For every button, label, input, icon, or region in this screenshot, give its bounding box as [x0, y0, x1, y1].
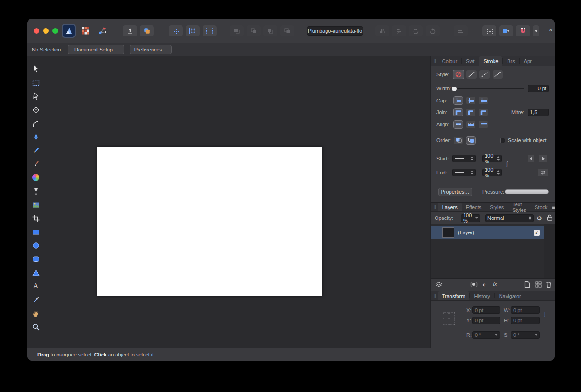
start-style-select[interactable] — [452, 155, 476, 162]
snapping-presets-dropdown[interactable] — [533, 25, 539, 36]
join-bevel-button[interactable] — [479, 108, 488, 116]
delete-layer-button[interactable] — [545, 281, 552, 288]
document-title-field[interactable]: Plumbago-auriculata-flo — [307, 26, 363, 36]
layer-visibility-checkbox[interactable]: ✓ — [534, 230, 540, 236]
s-field[interactable]: 0 ° — [511, 331, 540, 339]
tool-node[interactable] — [29, 89, 43, 103]
end-percent-field[interactable]: 100 % — [482, 169, 502, 176]
tool-triangle[interactable] — [29, 266, 43, 279]
canvas[interactable] — [44, 56, 430, 348]
flip-horizontal-button[interactable] — [375, 25, 389, 36]
tool-vector-brush[interactable] — [29, 157, 43, 171]
tool-point-transform[interactable] — [29, 103, 43, 116]
tool-corner[interactable] — [29, 116, 43, 130]
h-field[interactable]: 0 pt — [511, 317, 540, 324]
snapping-toggle-button[interactable] — [516, 25, 530, 36]
align-inside-button[interactable] — [466, 120, 476, 129]
tool-rectangle[interactable] — [29, 225, 43, 239]
tab-styles[interactable]: Styles — [486, 203, 508, 211]
stroke-style-dash-button[interactable] — [479, 70, 490, 79]
panel-drag-handle[interactable]: ‖ — [431, 291, 438, 300]
designer-persona-button[interactable] — [62, 24, 76, 38]
mask-layer-button[interactable] — [470, 281, 478, 288]
move-forward-button[interactable] — [247, 25, 261, 36]
rotate-cw-button[interactable] — [426, 25, 440, 36]
tab-appearance[interactable]: Apr — [520, 56, 536, 66]
stroke-style-brush-button[interactable] — [492, 70, 503, 79]
new-pattern-layer-button[interactable] — [535, 281, 542, 288]
layer-thumbnail[interactable] — [442, 227, 454, 238]
panel-drag-handle[interactable]: ‖ — [431, 56, 438, 66]
stroke-style-solid-button[interactable] — [466, 70, 477, 79]
tab-navigator[interactable]: Navigator — [495, 291, 525, 300]
layers-stack-button[interactable] — [435, 281, 443, 288]
pressure-profile-widget[interactable] — [505, 189, 549, 194]
layer-list-scrollbar[interactable] — [544, 224, 555, 278]
snap-grid-button[interactable] — [169, 25, 183, 36]
export-button[interactable] — [123, 25, 137, 36]
tab-colour[interactable]: Colour — [438, 56, 461, 66]
close-button[interactable] — [34, 28, 39, 34]
panel-drag-handle[interactable]: ‖ — [431, 203, 438, 211]
show-grid-button[interactable] — [482, 25, 496, 36]
lock-layer-button[interactable] — [546, 214, 553, 222]
bring-to-front-button[interactable] — [230, 25, 244, 36]
layer-effects-button[interactable]: fx — [491, 281, 499, 288]
tab-swatches[interactable]: Swt — [462, 56, 479, 66]
stroke-front-button[interactable] — [466, 136, 476, 145]
cap-round-button[interactable] — [466, 96, 476, 105]
tool-view[interactable] — [29, 306, 43, 320]
tab-stock[interactable]: Stock — [530, 203, 552, 211]
tool-pen[interactable] — [29, 130, 43, 144]
align-outside-button[interactable] — [479, 120, 488, 129]
x-field[interactable]: 0 pt — [472, 306, 500, 314]
join-miter-button[interactable] — [453, 108, 463, 116]
layer-name[interactable]: (Layer) — [458, 230, 474, 235]
join-round-button[interactable] — [466, 108, 476, 116]
align-center-button[interactable] — [453, 120, 463, 129]
pixel-persona-button[interactable] — [79, 24, 93, 38]
export-persona-button[interactable] — [95, 24, 109, 38]
layer-list[interactable]: (Layer) ✓ — [431, 224, 555, 278]
rotate-ccw-button[interactable] — [409, 25, 423, 36]
move-backward-button[interactable] — [263, 25, 277, 36]
send-to-back-button[interactable] — [280, 25, 294, 36]
snap-shapes-button[interactable] — [203, 25, 217, 36]
swap-ends-button[interactable] — [537, 168, 549, 177]
mitre-field[interactable]: 1,5 — [528, 109, 549, 116]
start-end-link-icon[interactable]: ʃ — [506, 160, 508, 167]
tool-artboard[interactable] — [29, 76, 43, 89]
width-value-field[interactable]: 0 pt — [528, 85, 549, 92]
tool-pencil[interactable] — [29, 144, 43, 157]
layer-settings-button[interactable]: ⚙ — [537, 215, 542, 222]
end-style-select[interactable] — [452, 169, 476, 176]
new-layer-button[interactable] — [523, 281, 531, 288]
y-field[interactable]: 0 pt — [472, 317, 500, 324]
scale-with-object-checkbox[interactable] — [500, 138, 505, 143]
document-page[interactable] — [97, 147, 322, 296]
minimize-button[interactable] — [43, 28, 49, 34]
tool-zoom[interactable] — [29, 320, 43, 334]
width-slider[interactable] — [452, 88, 524, 89]
properties-button[interactable]: Properties… — [438, 188, 472, 196]
start-arrowhead-right-button[interactable] — [538, 154, 548, 163]
tab-brushes[interactable]: Brs — [503, 56, 519, 66]
opacity-select[interactable]: 100 % — [461, 214, 480, 222]
start-arrowhead-left-button[interactable] — [527, 154, 535, 163]
tool-text[interactable]: A — [29, 279, 43, 293]
wh-link-icon[interactable]: ʃ — [544, 310, 545, 317]
document-setup-button[interactable]: Document Setup… — [68, 45, 124, 54]
stroke-behind-button[interactable] — [453, 136, 463, 145]
tab-text-styles[interactable]: Text Styles — [508, 203, 530, 211]
insert-target-button[interactable] — [499, 25, 513, 36]
tab-transform[interactable]: Transform — [438, 291, 470, 300]
tool-move[interactable] — [29, 62, 43, 76]
start-percent-field[interactable]: 100 % — [482, 155, 502, 162]
zoom-button[interactable] — [52, 28, 58, 34]
preferences-button[interactable]: Preferences… — [130, 45, 172, 54]
stroke-style-none-button[interactable] — [453, 70, 464, 79]
blend-mode-select[interactable]: Normal — [485, 214, 534, 222]
tool-ellipse[interactable] — [29, 239, 43, 252]
r-field[interactable]: 0 ° — [472, 331, 500, 339]
flip-vertical-button[interactable] — [392, 25, 406, 36]
